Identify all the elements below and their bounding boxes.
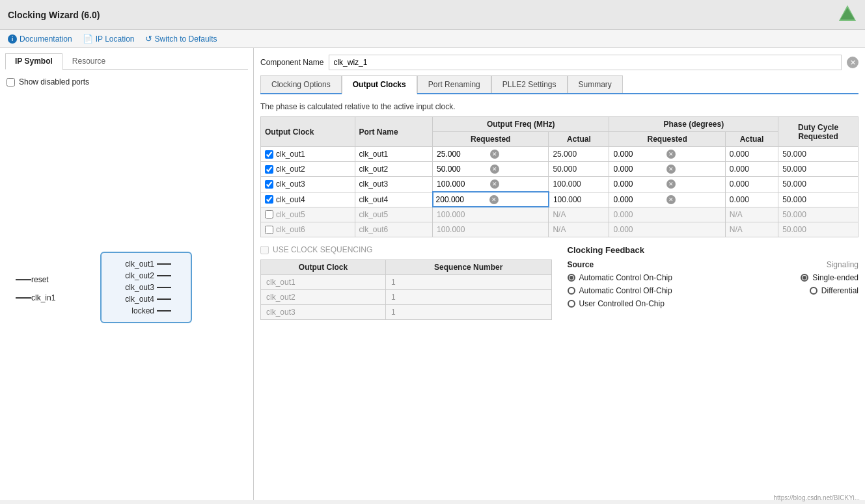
use-clock-seq-label: USE CLOCK SEQUENCING (273, 245, 372, 254)
reset-line (16, 279, 31, 280)
clock-name-clk_out3: clk_out3 (276, 179, 305, 189)
port-locked-label: locked (112, 306, 154, 315)
seq-clock-clk_out1: clk_out1 (261, 275, 386, 290)
phase-req-input-clk_out4[interactable] (613, 195, 665, 204)
phase-req-clear-clk_out3[interactable]: ✕ (666, 179, 676, 189)
freq-req-input-clk_out1[interactable] (437, 150, 489, 159)
phase-req-clear-clk_out2[interactable]: ✕ (666, 165, 676, 174)
th-port-name: Port Name (355, 117, 433, 147)
phase-req-clear-clk_out1[interactable]: ✕ (666, 150, 676, 159)
port-clkout3-label: clk_out3 (112, 283, 154, 292)
seq-number-clk_out1: 1 (386, 275, 552, 290)
clock-name-clk_out1: clk_out1 (276, 150, 305, 159)
freq-req-input-clk_out2[interactable] (437, 165, 489, 174)
clkin1-line (16, 297, 31, 298)
clock-name-clk_out6: clk_out6 (276, 225, 305, 234)
checkbox-clk_out5[interactable] (265, 210, 273, 219)
checkbox-clk_out3[interactable] (265, 180, 273, 189)
tab-output-clocks[interactable]: Output Clocks (342, 75, 417, 94)
clock-phase-req-clk_out5: 0.000 (609, 207, 725, 222)
clock-freq-req-clk_out1[interactable]: ✕ (433, 147, 549, 162)
app-title: Clocking Wizard (6.0) (8, 10, 100, 20)
feedback-row-user-on-chip: User Controlled On-Chip (568, 299, 859, 308)
clock-phase-act-clk_out5: N/A (725, 207, 778, 222)
tab-port-renaming[interactable]: Port Renaming (417, 75, 491, 93)
show-disabled-ports-checkbox[interactable] (7, 78, 15, 86)
left-port-reset: reset (16, 275, 55, 284)
port-clkout2-line (157, 275, 171, 276)
checkbox-clk_out6[interactable] (265, 226, 273, 234)
clock-row-clk_out6-enable: clk_out6 (261, 222, 355, 237)
switch-defaults-link[interactable]: ↺ Switch to Defaults (145, 34, 217, 44)
th-phase-actual: Actual (725, 132, 778, 147)
tab-summary[interactable]: Summary (568, 75, 623, 93)
freq-req-clear-clk_out3[interactable]: ✕ (490, 179, 499, 189)
right-ports: clk_out1 clk_out2 clk_out3 clk_out4 (112, 259, 171, 315)
left-ports: reset clk_in1 (16, 275, 55, 302)
clock-row-clk_out3-enable: clk_out3 (261, 177, 355, 192)
phase-req-input-clk_out1[interactable] (613, 150, 665, 159)
clock-port-clk_out5: clk_out5 (355, 207, 433, 222)
clock-freq-req-clk_out2[interactable]: ✕ (433, 162, 549, 177)
clock-port-clk_out3: clk_out3 (355, 177, 433, 192)
component-name-row: Component Name ✕ (260, 55, 858, 70)
clock-freq-req-clk_out3[interactable]: ✕ (433, 177, 549, 192)
svg-marker-1 (840, 8, 855, 20)
clock-duty-clk_out3: 50.000 (778, 177, 858, 192)
clock-phase-req-clk_out3[interactable]: ✕ (609, 177, 725, 192)
clock-phase-req-clk_out2[interactable]: ✕ (609, 162, 725, 177)
clock-phase-req-clk_out1[interactable]: ✕ (609, 147, 725, 162)
clkin1-label: clk_in1 (31, 293, 55, 302)
clock-phase-req-clk_out4[interactable]: ✕ (609, 192, 725, 207)
freq-req-input-clk_out3[interactable] (437, 179, 489, 189)
freq-req-clear-clk_out4[interactable]: ✕ (489, 195, 499, 204)
right-panel: Component Name ✕ Clocking Options Output… (254, 48, 865, 500)
th-phase-requested: Requested (609, 132, 725, 147)
use-clock-seq-row: USE CLOCK SEQUENCING (260, 245, 552, 254)
switch-defaults-label: Switch to Defaults (155, 34, 217, 44)
signaling-radio-differential[interactable] (810, 287, 817, 295)
phase-note: The phase is calculated relative to the … (260, 99, 858, 116)
tab-ip-symbol[interactable]: IP Symbol (5, 53, 62, 70)
clock-duty-clk_out1: 50.000 (778, 147, 858, 162)
seq-table: Output Clock Sequence Number clk_out11cl… (260, 259, 552, 320)
clock-name-clk_out2: clk_out2 (276, 165, 305, 174)
documentation-label: Documentation (20, 34, 72, 44)
radio-auto-off-chip[interactable] (568, 287, 575, 295)
checkbox-clk_out2[interactable] (265, 165, 273, 174)
port-clkout3: clk_out3 (112, 283, 171, 292)
feedback-options: Automatic Control On-ChipSingle-endedAut… (568, 273, 859, 308)
documentation-link[interactable]: i Documentation (8, 34, 72, 44)
checkbox-clk_out1[interactable] (265, 150, 273, 159)
freq-req-clear-clk_out1[interactable]: ✕ (490, 150, 499, 159)
seq-clock-clk_out2: clk_out2 (261, 290, 386, 305)
phase-req-input-clk_out2[interactable] (613, 165, 665, 174)
ip-location-link[interactable]: 📄 IP Location (83, 34, 135, 44)
tab-clocking-options[interactable]: Clocking Options (260, 75, 342, 93)
port-clkout4: clk_out4 (112, 295, 171, 304)
tab-plle2-settings[interactable]: PLLE2 Settings (491, 75, 568, 93)
clock-freq-req-clk_out4[interactable]: ✕ (433, 192, 549, 207)
clock-phase-act-clk_out2: 0.000 (725, 162, 778, 177)
freq-req-input-clk_out4[interactable] (436, 195, 488, 204)
th-phase: Phase (degrees) (609, 117, 778, 132)
freq-req-clear-clk_out2[interactable]: ✕ (490, 165, 499, 174)
ip-symbol-area: reset clk_in1 clk_out1 (5, 89, 248, 485)
radio-user-on-chip[interactable] (568, 300, 575, 308)
clock-name-clk_out4: clk_out4 (276, 195, 305, 204)
tabs-row: Clocking Options Output Clocks Port Rena… (260, 75, 858, 94)
signaling-radio-single-ended[interactable] (801, 274, 808, 282)
info-icon: i (8, 34, 17, 44)
left-tab-bar: IP Symbol Resource (5, 53, 248, 70)
tab-resource[interactable]: Resource (62, 53, 115, 69)
phase-req-input-clk_out3[interactable] (613, 179, 665, 189)
checkbox-clk_out4[interactable] (265, 195, 273, 204)
phase-req-clear-clk_out4[interactable]: ✕ (666, 195, 676, 204)
seq-number-clk_out2: 1 (386, 290, 552, 305)
port-clkout1-line (157, 263, 171, 265)
component-name-close-button[interactable]: ✕ (847, 57, 858, 68)
radio-auto-on-chip[interactable] (568, 274, 575, 282)
component-name-input[interactable] (329, 55, 842, 70)
clock-phase-act-clk_out3: 0.000 (725, 177, 778, 192)
radio-label-auto-off-chip: Automatic Control Off-Chip (579, 286, 672, 295)
